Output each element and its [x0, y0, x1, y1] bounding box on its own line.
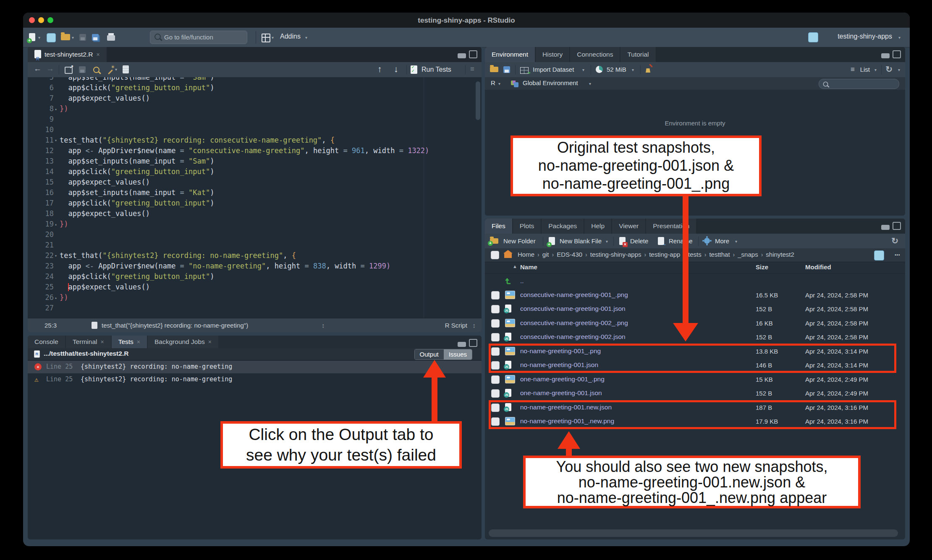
file-name[interactable]: consecutive-name-greeting-002.json: [520, 333, 626, 341]
code-line-20[interactable]: 20: [28, 229, 482, 240]
memory-caret-icon[interactable]: ▾: [632, 68, 634, 72]
file-row-consecutive-name-greeting-001_.png[interactable]: consecutive-name-greeting-001_.png16.5 K…: [485, 289, 905, 302]
tab-background-jobs[interactable]: Background Jobs×: [148, 336, 218, 348]
back-icon[interactable]: ←: [34, 64, 42, 73]
code-line-25[interactable]: 25 app$expect_values(): [28, 282, 482, 292]
close-tab-icon[interactable]: ×: [208, 339, 212, 345]
pane-controls[interactable]: [455, 339, 477, 347]
import-dataset-button[interactable]: Import Dataset: [533, 66, 574, 73]
file-name[interactable]: one-name-greeting-001.json: [520, 389, 602, 397]
code-line-23[interactable]: 23 app <- AppDriver$new(name = "no-name-…: [28, 261, 482, 271]
filetype-updown-icon[interactable]: ↕: [473, 322, 476, 329]
list-view-button[interactable]: List: [860, 66, 870, 73]
output-tab-button[interactable]: Output: [415, 349, 444, 359]
code-line-21[interactable]: 21: [28, 240, 482, 250]
files-horizontal-scrollbar[interactable]: [489, 529, 898, 537]
code-line-13[interactable]: 13 app$set_inputs(name_input = "Sam"): [28, 156, 482, 167]
addins-caret-icon[interactable]: ▾: [305, 35, 307, 40]
file-name[interactable]: consecutive-name-greeting-001_.png: [520, 291, 628, 299]
file-checkbox[interactable]: [491, 319, 500, 328]
workspace-panes-button[interactable]: [262, 34, 270, 42]
run-previous-icon[interactable]: ↑: [377, 64, 382, 74]
panes-caret-icon[interactable]: ▾: [272, 35, 274, 40]
code-tools-caret-icon[interactable]: ▾: [115, 67, 117, 72]
save-source-icon[interactable]: [79, 66, 86, 73]
project-caret-icon[interactable]: ▾: [898, 35, 901, 40]
code-line-15[interactable]: 15 app$expect_values(): [28, 177, 482, 188]
issues-tab-button[interactable]: Issues: [444, 349, 472, 359]
code-line-12[interactable]: 12 app <- AppDriver$new(name = "consecut…: [28, 146, 482, 156]
code-line-27[interactable]: 27: [28, 303, 482, 313]
project-menu[interactable]: testing-shiny-apps: [838, 33, 892, 40]
language-caret-icon[interactable]: ▾: [498, 81, 500, 86]
editor-scrollbar[interactable]: [476, 81, 480, 120]
file-checkbox[interactable]: [491, 291, 500, 300]
code-line-19[interactable]: 19▴}): [28, 219, 482, 229]
save-workspace-icon[interactable]: [503, 66, 510, 73]
find-replace-icon[interactable]: [93, 67, 99, 73]
close-tab-icon[interactable]: ×: [137, 339, 140, 345]
tab-terminal[interactable]: Terminal×: [66, 336, 111, 348]
file-checkbox[interactable]: [491, 389, 500, 398]
addins-menu[interactable]: Addins: [280, 33, 301, 40]
environment-search-input[interactable]: [819, 79, 899, 89]
tab-console[interactable]: Console: [28, 336, 65, 348]
file-name[interactable]: consecutive-name-greeting-002_.png: [520, 319, 628, 327]
code-line-16[interactable]: 16 app$set_inputs(name_input = "Kat"): [28, 188, 482, 198]
compile-report-icon[interactable]: [123, 65, 129, 73]
file-name[interactable]: one-name-greeting-001_.png: [520, 375, 605, 383]
new-project-button[interactable]: [47, 33, 56, 42]
open-in-new-window-icon[interactable]: [65, 65, 73, 74]
file-type-label[interactable]: R Script: [445, 322, 467, 329]
file-checkbox[interactable]: [491, 375, 500, 384]
run-tests-button[interactable]: Run Tests: [421, 66, 451, 73]
file-checkbox[interactable]: [491, 333, 500, 341]
code-line-17[interactable]: 17 app$click("greeting_button_input"): [28, 198, 482, 208]
code-tools-icon[interactable]: [107, 66, 114, 73]
clear-environment-icon[interactable]: [645, 65, 653, 73]
source-pane-controls[interactable]: [455, 50, 477, 58]
scope-selector[interactable]: Global Environment: [523, 79, 578, 86]
close-tab-icon[interactable]: ×: [100, 339, 104, 345]
run-next-icon[interactable]: ↓: [394, 64, 398, 74]
code-line-18[interactable]: 18 app$expect_values(): [28, 208, 482, 219]
open-file-button[interactable]: [61, 33, 70, 40]
code-editor[interactable]: 5 app$set_inputs(name_input = "Sam")6 ap…: [28, 77, 482, 318]
document-outline-icon[interactable]: ≡: [470, 65, 474, 73]
code-line-7[interactable]: 7 app$expect_values(): [28, 93, 482, 104]
code-line-8[interactable]: 8▴}): [28, 104, 482, 114]
load-workspace-icon[interactable]: [490, 66, 498, 72]
print-button[interactable]: [107, 33, 115, 41]
memory-usage-label[interactable]: 52 MiB: [607, 66, 626, 73]
code-line-6[interactable]: 6 app$click("greeting_button_input"): [28, 83, 482, 93]
new-file-caret-icon[interactable]: ▾: [38, 35, 40, 40]
pane-controls[interactable]: [878, 50, 901, 58]
tab-history[interactable]: History: [536, 47, 569, 62]
save-button[interactable]: [79, 34, 86, 41]
tab-test-shinytest2[interactable]: test-shinytest2.R×: [28, 47, 107, 62]
list-caret-icon[interactable]: ▾: [874, 68, 877, 72]
file-row-one-name-greeting-001.json[interactable]: one-name-greeting-001.json152 BApr 24, 2…: [485, 387, 905, 401]
code-line-5[interactable]: 5 app$set_inputs(name_input = "Sam"): [28, 77, 482, 83]
tab-tutorial[interactable]: Tutorial: [620, 47, 655, 62]
tab-connections[interactable]: Connections: [570, 47, 620, 62]
code-line-10[interactable]: 10: [28, 125, 482, 135]
import-dataset-icon[interactable]: [520, 66, 529, 74]
run-tests-icon[interactable]: [411, 65, 417, 74]
tab-environment[interactable]: Environment: [485, 47, 535, 62]
list-view-icon[interactable]: ≡: [851, 65, 855, 74]
file-checkbox[interactable]: [491, 305, 500, 313]
code-line-14[interactable]: 14 app$click("greeting_button_input"): [28, 167, 482, 177]
refresh-caret-icon[interactable]: ▾: [898, 68, 900, 72]
tab-tests[interactable]: Tests×: [112, 336, 147, 348]
code-line-26[interactable]: 26▴}): [28, 292, 482, 303]
file-row-up[interactable]: ..: [485, 274, 905, 288]
test-result-row[interactable]: ⚠Line 25{shinytest2} recording: no-name-…: [28, 373, 482, 386]
function-context[interactable]: test_that("{shinytest2} recording: no-na…: [102, 322, 248, 329]
file-name[interactable]: ..: [520, 277, 524, 285]
code-line-9[interactable]: 9: [28, 114, 482, 125]
code-line-11[interactable]: 11▾test_that("{shinytest2} recording: co…: [28, 135, 482, 146]
context-updown-icon[interactable]: ↕: [322, 322, 325, 329]
scope-caret-icon[interactable]: ▾: [589, 81, 591, 86]
test-result-row[interactable]: ✕Line 25{shinytest2} recording: no-name-…: [28, 361, 482, 373]
